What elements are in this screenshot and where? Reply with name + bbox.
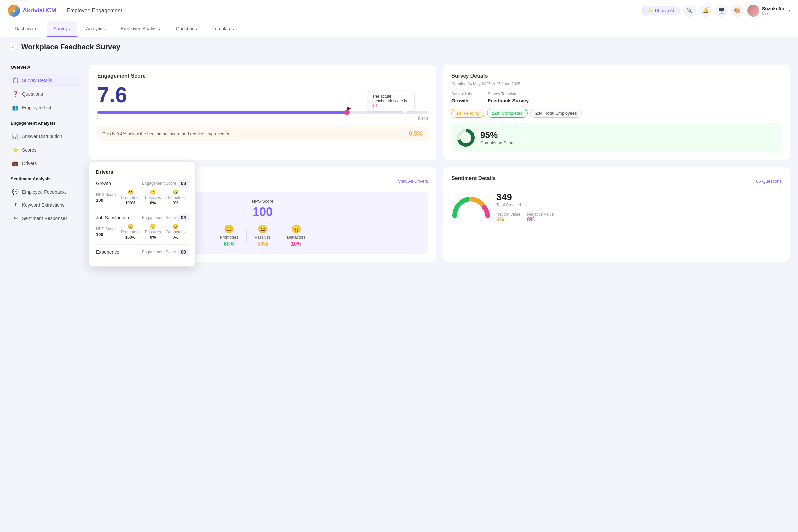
tab-questions[interactable]: Questions: [169, 21, 204, 37]
sidebar-item-questions[interactable]: ❓ Questions: [8, 88, 81, 100]
badge-pending: 14 Pending: [451, 109, 484, 118]
completed-count: 220: [492, 111, 499, 116]
sidebar-item-sentiment-responses[interactable]: ↩ Sentiment Responses: [8, 212, 81, 225]
driver-job-header: Job Satisfaction Engagement Score 08: [96, 214, 188, 221]
detractors-emoji: 😠: [172, 189, 178, 195]
keyword-extractions-icon: T: [12, 202, 19, 208]
sidebar-item-survey-details[interactable]: 📋 Survey Details: [8, 74, 81, 87]
dhruva-ai-button[interactable]: ✨ Dhruva AI: [642, 6, 680, 15]
tab-dashboard[interactable]: Dashboard: [8, 21, 44, 37]
driver-exp-eng-label: Engagement Score: [142, 250, 176, 254]
driver-job-eng-val: 08: [178, 214, 188, 221]
tab-employee-analysis[interactable]: Employee Analysis: [114, 21, 167, 37]
scale-max: 10: [424, 116, 428, 121]
survey-details-icon: 📋: [12, 77, 19, 83]
driver-growth-name: Growth: [96, 181, 111, 186]
tab-analytics[interactable]: Analytics: [79, 21, 111, 37]
sidebar-item-employee-list[interactable]: 👥 Employee List: [8, 101, 81, 114]
sidebar-item-drivers[interactable]: 💼 Drivers: [8, 157, 81, 170]
negative-val: 8%: [527, 217, 554, 223]
nps-divider-2: [279, 229, 279, 242]
tab-surveys[interactable]: Surveys: [47, 21, 77, 37]
scale-benchmark: 8.1: [418, 116, 424, 121]
completion-pct: 95%: [480, 130, 515, 140]
passives-emoji: 😐: [258, 224, 268, 234]
nps-divider: [246, 229, 247, 242]
driver-divider-2: [96, 244, 188, 245]
passives-val: 0%: [150, 201, 155, 205]
detractors-val: 10%: [291, 241, 301, 247]
user-role: User: [762, 11, 786, 15]
promoter-emoji: 😊: [128, 189, 133, 195]
questions-link[interactable]: 05 Questions: [756, 179, 782, 184]
page-title: Employee Engagement: [67, 8, 642, 14]
promoter-emoji: 😊: [128, 224, 133, 229]
logo-accent: HCM: [42, 7, 56, 14]
palette-button[interactable]: 🎨: [731, 5, 743, 17]
detractors-emoji: 😠: [172, 224, 178, 229]
notification-button[interactable]: 🔔: [700, 5, 711, 17]
tab-templates[interactable]: Templates: [206, 21, 241, 37]
user-menu[interactable]: Suzuki Aoi User ▾: [747, 5, 790, 17]
promoters-label: Promoters: [121, 230, 139, 234]
survey-duration: Duration-24 May 2025 to 25 June 2025: [451, 82, 782, 87]
neutral-label: Neutral Value: [497, 212, 520, 217]
driver-job-passives: 😐 Passives 0%: [145, 224, 161, 240]
view-all-drivers-link[interactable]: View All Drivers: [398, 179, 428, 184]
sidebar-item-label: Survey Details: [22, 78, 52, 83]
driver-job-nps: NPS Score 100: [96, 227, 116, 237]
screen-share-button[interactable]: 🖥️: [716, 5, 727, 17]
search-button[interactable]: 🔍: [684, 5, 695, 17]
sentiment-responses-icon: ↩: [12, 215, 19, 221]
sentiment-values: Neutral Value 6% Negative Value 8%: [497, 211, 782, 223]
benchmark-notice-text: This is 0.4% below the benchmark score a…: [103, 131, 233, 136]
negative-value-item: Negative Value 8%: [527, 211, 554, 223]
survey-badges: 14 Pending 220 Completed 234 Total Emplo…: [451, 109, 782, 118]
sidebar-item-keyword-extractions[interactable]: T Keyword Extractions: [8, 199, 81, 211]
total-count: 234: [535, 111, 543, 116]
benchmark-notice: This is 0.4% below the benchmark score a…: [97, 126, 428, 141]
driver-row-growth: Growth Engagement Score 08 NPS Score 100…: [96, 180, 188, 205]
negative-label: Negative Value: [527, 212, 554, 217]
page-heading-title: Workplace Feedback Survey: [21, 42, 120, 51]
dhruva-label: Dhruva AI: [655, 8, 674, 13]
driver-growth-nps: NPS Score 100: [96, 192, 116, 203]
passives-val: 0%: [150, 235, 155, 240]
search-icon: 🔍: [686, 7, 693, 14]
driver-job-detractors: 😠 Detractors 0%: [166, 224, 185, 240]
promoters-val: 60%: [224, 241, 235, 247]
sidebar-item-label: Employee Feedbacks: [22, 189, 67, 195]
sidebar-item-scores[interactable]: ⭐ Scores: [8, 143, 81, 156]
content-area: Engagement Score 7.6 The actual benchmar…: [89, 65, 790, 373]
driver-exp-eng: Engagement Score 08: [142, 249, 188, 255]
driver-growth-eng: Engagement Score 08: [142, 180, 188, 187]
nav-tabs: Dashboard Surveys Analytics Employee Ana…: [0, 21, 798, 37]
logo-name: Akrivia: [23, 7, 42, 14]
sidebar-engagement-section: Engagement Analysis 📊 Answer Distributio…: [8, 121, 81, 170]
breadcrumb: ‹ Workplace Feedback Survey: [0, 37, 798, 57]
screen-icon: 🖥️: [718, 7, 725, 14]
back-button[interactable]: ‹: [8, 42, 17, 52]
driver-row-experience: Experience Engagement Score 08: [96, 249, 188, 255]
user-info: Suzuki Aoi User: [762, 6, 786, 15]
nps-val: 100: [96, 198, 116, 203]
total-label: Total Employees: [545, 111, 577, 116]
detractors-label: Detractors: [166, 195, 185, 200]
drivers-icon: 💼: [12, 160, 19, 167]
pending-label: Pending: [464, 111, 480, 116]
user-name: Suzuki Aoi: [762, 6, 786, 11]
driver-job-metrics: NPS Score 100 😊 Promoters 100% 😐 Passive…: [96, 224, 188, 240]
sidebar-item-employee-feedbacks[interactable]: 💬 Employee Feedbacks: [8, 185, 81, 198]
score-bar-fill: [97, 111, 349, 114]
sentiment-details-card: Sentiment Details 05 Questions 349: [443, 167, 790, 262]
scale-min: 0: [97, 116, 100, 121]
sidebar-item-answer-distribution[interactable]: 📊 Answer Distribution: [8, 130, 81, 142]
logo-area: A AkriviaHCM: [8, 5, 56, 17]
avatar: [747, 5, 759, 17]
passives-val: 30%: [257, 241, 268, 247]
promoters-label: Promoters: [220, 235, 238, 240]
sentiment-total-label: Total Credited: [497, 203, 782, 207]
detractors-label: Detractors: [166, 230, 185, 234]
engagement-score-title: Engagement Score: [97, 73, 428, 79]
badge-completed: 220 Completed: [487, 109, 528, 118]
